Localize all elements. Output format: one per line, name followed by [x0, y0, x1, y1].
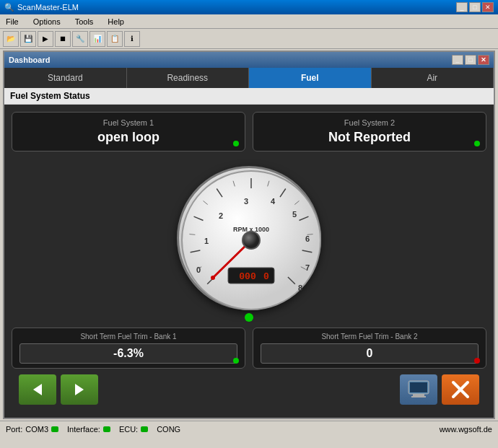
close-x-icon — [450, 379, 471, 400]
dashboard-title: Dashboard — [9, 56, 50, 64]
gauge-num-2: 2 — [219, 211, 223, 220]
status-left: Port: COM3 Interface: ECU: CONG — [6, 425, 180, 434]
fuel-system-2-indicator — [474, 141, 480, 146]
dash-close-btn[interactable]: ✕ — [478, 55, 489, 65]
trim-bank1-indicator — [233, 358, 239, 364]
toolbar-btn-8[interactable]: ℹ — [124, 31, 140, 47]
port-value: COM3 — [25, 425, 48, 434]
port-label: Port: — [6, 425, 22, 434]
gauge-area: RPM x 1000 0 1 2 3 4 5 6 7 8 — [12, 159, 486, 317]
tab-readiness[interactable]: Readiness — [127, 68, 250, 88]
toolbar-btn-6[interactable]: 📊 — [89, 31, 105, 47]
status-bar: Port: COM3 Interface: ECU: CONG www.wgso… — [0, 421, 498, 436]
gauge-num-3: 3 — [244, 197, 248, 206]
menu-tools[interactable]: Tools — [72, 17, 97, 26]
main-content: Fuel System 1 open loop Fuel System 2 No… — [4, 105, 494, 418]
website-text: www.wgsoft.de — [440, 425, 492, 434]
title-bar-buttons: _ □ ✕ — [456, 2, 494, 12]
gauge-needle-tip — [211, 276, 215, 280]
menu-file[interactable]: File — [3, 17, 22, 26]
action-buttons — [400, 374, 479, 405]
fuel-system-1-indicator — [233, 141, 239, 146]
svg-rect-23 — [410, 382, 427, 392]
fuel-system-2-value: Not Reported — [262, 130, 477, 145]
dash-maximize-btn[interactable]: □ — [465, 55, 476, 65]
dash-tb-buttons: _ □ ✕ — [452, 55, 489, 65]
section-header-text: Fuel System Status — [10, 91, 90, 101]
dash-minimize-btn[interactable]: _ — [452, 55, 463, 65]
back-arrow-icon — [29, 381, 46, 398]
interface-indicator — [103, 426, 110, 432]
trim-bank1-inner: -6.3% — [19, 343, 237, 364]
svg-rect-22 — [411, 396, 426, 398]
trim-bank2-value: 0 — [267, 347, 472, 360]
toolbar-btn-2[interactable]: 💾 — [20, 31, 36, 47]
status-ecu: ECU: — [119, 425, 148, 434]
monitor-icon — [407, 379, 430, 400]
trim-bank2-indicator — [474, 358, 480, 364]
trim-bank2-box: Short Term Fuel Trim - Bank 2 0 — [253, 328, 486, 369]
bottom-bar — [12, 369, 486, 410]
trim-bank2-label: Short Term Fuel Trim - Bank 2 — [261, 333, 479, 341]
toolbar-btn-3[interactable]: ▶ — [38, 31, 53, 47]
monitor-button[interactable] — [400, 374, 437, 405]
forward-button[interactable] — [61, 374, 98, 405]
maximize-button[interactable]: □ — [469, 2, 481, 12]
fuel-status-row: Fuel System 1 open loop Fuel System 2 No… — [12, 112, 486, 151]
gauge-num-8: 8 — [298, 284, 302, 292]
section-header: Fuel System Status — [4, 88, 494, 105]
gauge-num-7: 7 — [305, 263, 310, 272]
back-button[interactable] — [19, 374, 56, 405]
tab-standard[interactable]: Standard — [4, 68, 127, 88]
app-icon: 🔍 — [4, 3, 14, 12]
ecu-label: ECU: — [119, 425, 138, 434]
cong-text: CONG — [157, 425, 180, 434]
dashboard-window: Dashboard _ □ ✕ Standard Readiness Fuel … — [3, 50, 495, 419]
tab-air[interactable]: Air — [372, 68, 494, 88]
toolbar: 📂 💾 ▶ ⏹ 🔧 📊 📋 ℹ — [0, 29, 498, 49]
center-knob — [243, 232, 260, 249]
fuel-system-1-value: open loop — [21, 130, 236, 145]
tab-bar: Standard Readiness Fuel Air — [4, 68, 494, 88]
ecu-indicator — [141, 426, 148, 432]
gauge-num-5: 5 — [292, 210, 297, 219]
trim-bank1-label: Short Term Fuel Trim - Bank 1 — [19, 333, 237, 341]
status-interface: Interface: — [67, 425, 110, 434]
trim-row: Short Term Fuel Trim - Bank 1 -6.3% Shor… — [12, 328, 486, 369]
svg-marker-18 — [33, 384, 42, 395]
trim-bank2-inner: 0 — [261, 343, 479, 364]
nav-buttons — [19, 374, 98, 405]
rpm-gauge: RPM x 1000 0 1 2 3 4 5 6 7 8 — [177, 166, 321, 310]
menu-bar: File Options Tools Help — [0, 14, 498, 29]
gauge-circle: RPM x 1000 0 1 2 3 4 5 6 7 8 — [177, 166, 321, 310]
toolbar-btn-1[interactable]: 📂 — [3, 31, 19, 47]
fuel-system-2-label: Fuel System 2 — [262, 118, 477, 127]
gauge-num-4: 4 — [271, 197, 276, 206]
menu-options[interactable]: Options — [30, 17, 64, 26]
minimize-button[interactable]: _ — [456, 2, 468, 12]
trim-bank1-box: Short Term Fuel Trim - Bank 1 -6.3% — [12, 328, 245, 369]
port-indicator — [51, 426, 58, 432]
gauge-svg: RPM x 1000 0 1 2 3 4 5 6 7 8 — [179, 168, 323, 312]
app-title: ScanMaster-ELM — [17, 3, 79, 12]
gauge-num-0: 0 — [196, 265, 201, 274]
close-button[interactable]: ✕ — [482, 2, 494, 12]
digital-display-zero: 0 — [263, 271, 269, 282]
menu-help[interactable]: Help — [105, 17, 127, 26]
digital-display-text: 000 — [239, 271, 256, 282]
dashboard-titlebar: Dashboard _ □ ✕ — [4, 52, 494, 68]
toolbar-btn-4[interactable]: ⏹ — [55, 31, 71, 47]
title-bar: 🔍 ScanMaster-ELM _ □ ✕ — [0, 0, 498, 14]
status-port: Port: COM3 — [6, 425, 58, 434]
fuel-system-1-label: Fuel System 1 — [21, 118, 236, 127]
toolbar-btn-7[interactable]: 📋 — [107, 31, 123, 47]
svg-marker-19 — [75, 384, 84, 395]
tab-fuel[interactable]: Fuel — [249, 68, 372, 88]
fuel-system-1-box: Fuel System 1 open loop — [12, 112, 245, 151]
trim-bank1-value: -6.3% — [26, 347, 231, 360]
exit-button[interactable] — [442, 374, 479, 405]
svg-rect-21 — [413, 394, 424, 396]
gauge-green-indicator — [245, 313, 253, 322]
toolbar-btn-5[interactable]: 🔧 — [72, 31, 88, 47]
gauge-num-1: 1 — [204, 237, 209, 245]
